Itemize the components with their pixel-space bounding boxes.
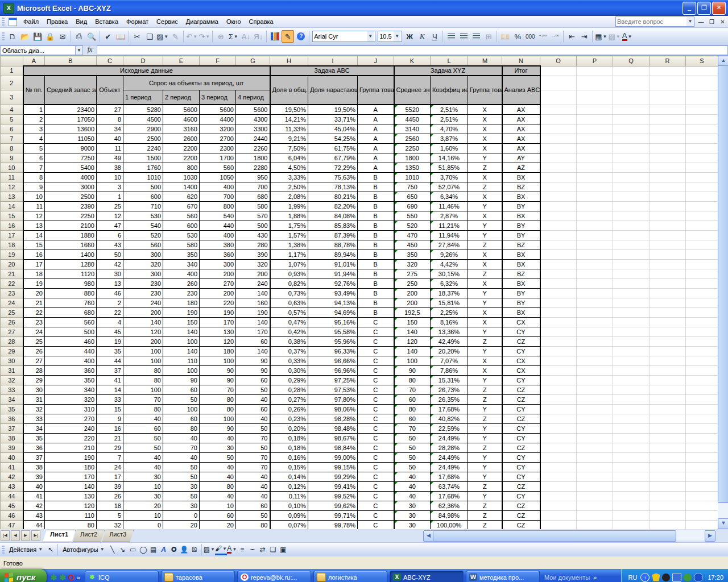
- cell[interactable]: 70: [163, 443, 200, 453]
- cell[interactable]: 140: [163, 347, 200, 356]
- empty-cell[interactable]: [650, 182, 686, 192]
- empty-cell[interactable]: [686, 347, 718, 356]
- row-header[interactable]: 13: [1, 192, 23, 202]
- cell[interactable]: CZ: [502, 385, 540, 395]
- cell[interactable]: 25: [23, 337, 45, 347]
- row-header[interactable]: 16: [1, 221, 23, 231]
- cell[interactable]: 16: [23, 250, 45, 260]
- cell[interactable]: 0,93%: [270, 269, 308, 279]
- draw-line-color-icon[interactable]: 🖌▼: [215, 544, 227, 555]
- empty-cell[interactable]: [540, 434, 577, 443]
- cell[interactable]: 1800: [394, 153, 431, 163]
- cell[interactable]: 13,36%: [431, 327, 468, 337]
- network-globe-icon[interactable]: [694, 573, 703, 582]
- cell[interactable]: 41: [23, 492, 45, 501]
- cell[interactable]: 360: [200, 250, 236, 260]
- cell[interactable]: CY: [502, 424, 540, 434]
- empty-cell[interactable]: [613, 269, 650, 279]
- cell[interactable]: 0,28%: [270, 385, 308, 395]
- row-header[interactable]: 46: [1, 511, 23, 521]
- empty-cell[interactable]: [686, 124, 718, 134]
- cell[interactable]: BX: [502, 192, 540, 202]
- cell[interactable]: 100: [163, 405, 200, 414]
- cell[interactable]: B: [358, 231, 394, 240]
- cell[interactable]: 22: [97, 308, 123, 318]
- cell[interactable]: C: [358, 405, 394, 414]
- sheet-tab[interactable]: Лист2: [73, 530, 105, 542]
- row-header[interactable]: 33: [1, 385, 23, 395]
- empty-cell[interactable]: [650, 221, 686, 231]
- menu-item[interactable]: Вставка: [91, 17, 122, 26]
- cell[interactable]: CZ: [502, 482, 540, 492]
- cell[interactable]: CZ: [502, 337, 540, 347]
- cell[interactable]: B: [358, 221, 394, 231]
- cell[interactable]: Z: [468, 414, 502, 424]
- cell[interactable]: 40: [97, 134, 123, 144]
- empty-cell[interactable]: [540, 405, 577, 414]
- empty-cell[interactable]: [613, 66, 650, 76]
- draw-actions-button[interactable]: Действия▼: [6, 545, 46, 554]
- cell[interactable]: B: [358, 250, 394, 260]
- empty-cell[interactable]: [650, 463, 686, 472]
- select-objects-icon[interactable]: ↖: [46, 544, 56, 554]
- cell[interactable]: 93,49%: [308, 289, 358, 298]
- cell[interactable]: 100: [123, 356, 163, 366]
- cell[interactable]: 240: [123, 298, 163, 308]
- line-icon[interactable]: ╲: [107, 544, 118, 554]
- cell[interactable]: 140: [236, 347, 270, 356]
- empty-cell[interactable]: [540, 173, 577, 182]
- cell[interactable]: 13: [23, 221, 45, 231]
- empty-cell[interactable]: [613, 482, 650, 492]
- row-header[interactable]: 23: [1, 289, 23, 298]
- cell[interactable]: C: [358, 434, 394, 443]
- cell[interactable]: 2700: [200, 134, 236, 144]
- cell[interactable]: 200: [123, 337, 163, 347]
- cell[interactable]: 2250: [394, 144, 431, 153]
- name-box[interactable]: Область диа...: [0, 45, 76, 55]
- empty-cell[interactable]: [577, 492, 613, 501]
- cell[interactable]: 4600: [163, 115, 200, 124]
- cell[interactable]: BY: [502, 221, 540, 231]
- empty-cell[interactable]: [540, 482, 577, 492]
- cell[interactable]: 0,57%: [270, 308, 308, 318]
- cell[interactable]: 47: [97, 221, 123, 231]
- cell[interactable]: Y: [468, 327, 502, 337]
- empty-cell[interactable]: [686, 66, 718, 76]
- cell[interactable]: 50: [394, 453, 431, 463]
- cell[interactable]: BZ: [502, 182, 540, 192]
- row-header[interactable]: 27: [1, 327, 23, 337]
- header-mean[interactable]: Среднее значение: [394, 76, 431, 105]
- cell[interactable]: 33,71%: [308, 115, 358, 124]
- row-header[interactable]: 26: [1, 318, 23, 327]
- empty-cell[interactable]: [686, 231, 718, 240]
- first-sheet-icon[interactable]: |◀: [1, 530, 10, 541]
- my-documents-band[interactable]: Мои документы »: [541, 574, 621, 581]
- cell[interactable]: 99,52%: [308, 492, 358, 501]
- empty-cell[interactable]: [650, 482, 686, 492]
- cell[interactable]: 620: [163, 192, 200, 202]
- cell[interactable]: CX: [502, 318, 540, 327]
- cell[interactable]: 680: [45, 308, 97, 318]
- empty-cell[interactable]: [613, 289, 650, 298]
- select-all-corner[interactable]: [1, 56, 23, 66]
- cell[interactable]: 54,25%: [308, 134, 358, 144]
- cell[interactable]: 2,50%: [270, 182, 308, 192]
- cell[interactable]: AX: [502, 115, 540, 124]
- cell[interactable]: 40: [163, 434, 200, 443]
- cell[interactable]: 0,18%: [270, 434, 308, 443]
- cell[interactable]: 1,38%: [270, 240, 308, 250]
- cell[interactable]: 100: [123, 347, 163, 356]
- column-header[interactable]: K: [394, 56, 431, 66]
- cell[interactable]: 98,48%: [308, 424, 358, 434]
- cell[interactable]: 0,29%: [270, 376, 308, 385]
- empty-cell[interactable]: [686, 501, 718, 511]
- empty-cell[interactable]: [650, 211, 686, 221]
- cell[interactable]: 0,14%: [270, 472, 308, 482]
- cell[interactable]: 29: [97, 443, 123, 453]
- row-header[interactable]: 2: [1, 76, 23, 90]
- cell[interactable]: 52,07%: [431, 182, 468, 192]
- align-right-icon[interactable]: [470, 31, 482, 42]
- cell[interactable]: CY: [502, 463, 540, 472]
- cell[interactable]: 94,13%: [308, 298, 358, 308]
- cell[interactable]: B: [358, 279, 394, 289]
